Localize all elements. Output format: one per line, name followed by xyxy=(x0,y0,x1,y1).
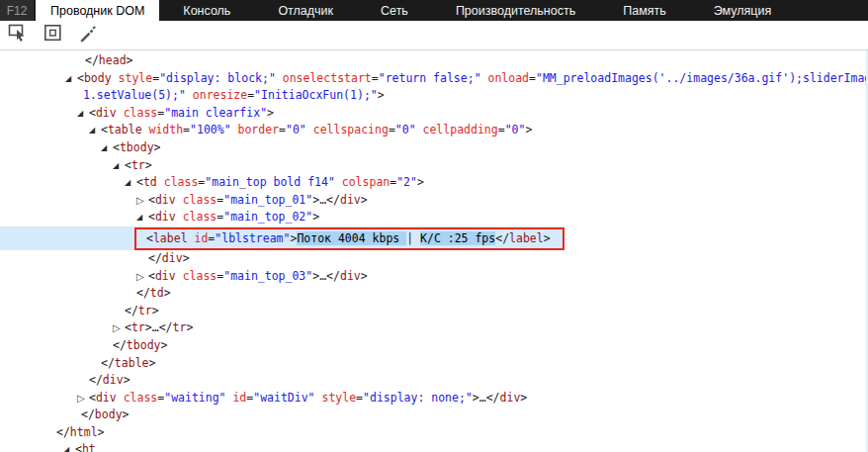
twisty-expanded-icon[interactable]: ◢ xyxy=(89,122,95,139)
dom-tree-line[interactable]: ◢<div class="main clearfix"> xyxy=(0,105,868,123)
code-segment-v: "main clearfix" xyxy=(164,106,267,120)
twisty-expanded-icon[interactable]: ◢ xyxy=(65,70,71,88)
dom-tree-line[interactable]: ◢<ht xyxy=(0,441,868,452)
code-segment-p: > xyxy=(473,391,479,405)
code-segment-p: </ xyxy=(326,269,340,283)
code-segment-t: html xyxy=(70,425,98,439)
code-segment-v: "0" xyxy=(395,123,416,136)
dom-tree-line[interactable]: </html> xyxy=(0,424,868,442)
code-segment-p: > xyxy=(417,175,424,189)
tab-console[interactable]: Консоль xyxy=(159,0,254,21)
twisty-expanded-icon[interactable]: ◢ xyxy=(101,139,107,157)
code-segment-p: < xyxy=(77,71,84,85)
code-segment-t: ht xyxy=(82,442,96,452)
code-segment-p: > xyxy=(145,158,152,172)
tab-dom-explorer[interactable]: Проводник DOM xyxy=(36,0,159,21)
code-segment-p: < xyxy=(148,269,155,283)
highlight-elements-button[interactable] xyxy=(42,26,63,45)
code-segment-t: div xyxy=(155,269,176,283)
twisty-expanded-icon[interactable]: ◢ xyxy=(113,157,119,175)
code-segment-v: "0" xyxy=(286,123,306,136)
dom-tree-line[interactable]: </div> xyxy=(0,372,868,390)
code-segment-a: border xyxy=(231,123,279,136)
twisty-expanded-icon[interactable]: ◢ xyxy=(63,441,69,452)
code-segment-p: > xyxy=(186,320,193,334)
code-segment-p: </ xyxy=(85,53,99,67)
select-element-button[interactable] xyxy=(7,26,29,45)
dom-tree-line[interactable]: ◢<tr> xyxy=(0,157,868,175)
code-segment-p: < xyxy=(136,175,143,189)
code-segment-v: "0" xyxy=(505,123,526,136)
dom-tree-line[interactable]: ◢<div class="main_top_02"> xyxy=(0,209,868,226)
dom-tree-line[interactable]: ◢<td class="main_top bold f14" colspan="… xyxy=(0,174,868,192)
code-segment-v: "100%" xyxy=(190,123,231,136)
square-outline-icon xyxy=(43,24,62,46)
code-segment-p: </ xyxy=(326,193,340,207)
dom-tree-line[interactable]: </body> xyxy=(0,407,868,424)
code-segment-t: div xyxy=(340,193,361,207)
dom-tree-line[interactable]: </table> xyxy=(0,355,868,373)
code-segment-a: style xyxy=(315,391,357,405)
twisty-expanded-icon[interactable]: ◢ xyxy=(77,105,83,123)
dom-tree-line[interactable]: 1.setValue(5);" onresize="InitiaOcxFun(1… xyxy=(0,87,868,105)
code-segment-t: table xyxy=(115,356,149,370)
code-segment-t: div xyxy=(96,106,117,120)
dom-tree-line[interactable]: </td> xyxy=(0,285,868,303)
search-match-box: <label id="lblstream">Поток 4004 kbps | … xyxy=(134,227,564,250)
code-segment-x: … xyxy=(152,320,159,334)
code-segment-p: > xyxy=(361,269,368,283)
code-segment-p: = xyxy=(529,71,536,85)
eyedropper-icon xyxy=(78,24,97,46)
code-segment-p: > xyxy=(164,286,171,300)
code-segment-p: > xyxy=(183,251,190,265)
twisty-collapsed-icon[interactable]: ▷ xyxy=(136,192,144,210)
dom-tree-line[interactable]: ◢<table width="100%" border="0" cellspac… xyxy=(0,122,868,139)
code-segment-a: id xyxy=(188,231,209,245)
dom-tree-line[interactable]: ◢<body style="display: block;" onselects… xyxy=(0,70,868,88)
dom-tree-line[interactable]: ▷<div class="waiting" id="waitDiv" style… xyxy=(0,390,868,407)
code-segment-p: > xyxy=(98,425,105,439)
code-segment-p: < xyxy=(113,140,120,154)
code-segment-a: class xyxy=(176,210,217,224)
dom-tree-line[interactable]: ◢<tbody> xyxy=(0,139,868,157)
code-segment-p: = xyxy=(279,123,286,136)
twisty-collapsed-icon[interactable]: ▷ xyxy=(136,268,144,286)
dom-tree-line[interactable]: ▷<div class="main_top_01">…</div> xyxy=(0,192,868,210)
twisty-collapsed-icon[interactable]: ▷ xyxy=(77,390,85,407)
dom-tree-line[interactable]: </tr> xyxy=(0,303,868,320)
code-segment-p: > xyxy=(124,373,130,387)
dom-tree-line-selected[interactable]: <label id="lblstream">Поток 4004 kbps | … xyxy=(0,226,564,250)
color-picker-button[interactable] xyxy=(76,26,98,45)
tab-memory[interactable]: Память xyxy=(599,0,690,21)
code-segment-p: = xyxy=(183,123,190,136)
code-segment-p: < xyxy=(125,158,131,172)
code-segment-p: </ xyxy=(101,356,115,370)
tab-emulation[interactable]: Эмуляция xyxy=(690,0,796,21)
dom-tree-line[interactable]: </div> xyxy=(0,250,868,268)
code-segment-t: tr xyxy=(131,320,145,334)
code-segment-v: "main_top bold f14" xyxy=(205,175,335,189)
code-segment-p: < xyxy=(148,210,155,224)
code-segment-v: 1.setValue(5);" xyxy=(83,88,186,102)
tab-debugger[interactable]: Отладчик xyxy=(254,0,357,21)
code-segment-p: = xyxy=(356,391,363,405)
tab-performance[interactable]: Производительность xyxy=(432,0,599,21)
dom-tree-line[interactable]: </head> xyxy=(0,52,868,70)
dom-tree-line[interactable]: </tbody> xyxy=(0,337,868,355)
code-segment-a: colspan xyxy=(335,175,390,189)
code-segment-v: "MM_preloadImages('../images/36a.gif');s… xyxy=(536,71,868,85)
tab-network[interactable]: Сеть xyxy=(357,0,432,21)
code-segment-p: < xyxy=(101,123,108,136)
twisty-collapsed-icon[interactable]: ▷ xyxy=(113,319,121,337)
code-segment-a: onload xyxy=(481,71,529,85)
code-segment-p: > xyxy=(160,338,167,352)
code-segment-t: head xyxy=(99,53,127,67)
code-segment-p: </ xyxy=(89,373,103,387)
dom-tree-line[interactable]: ▷<div class="main_top_03">…</div> xyxy=(0,268,868,286)
code-segment-p: < xyxy=(75,442,82,452)
code-segment-p: </ xyxy=(81,407,95,421)
dom-tree-line[interactable]: ▷<tr>…</tr> xyxy=(0,319,868,337)
code-segment-p: > xyxy=(525,123,532,136)
twisty-expanded-icon[interactable]: ◢ xyxy=(136,209,142,226)
twisty-expanded-icon[interactable]: ◢ xyxy=(125,174,130,192)
